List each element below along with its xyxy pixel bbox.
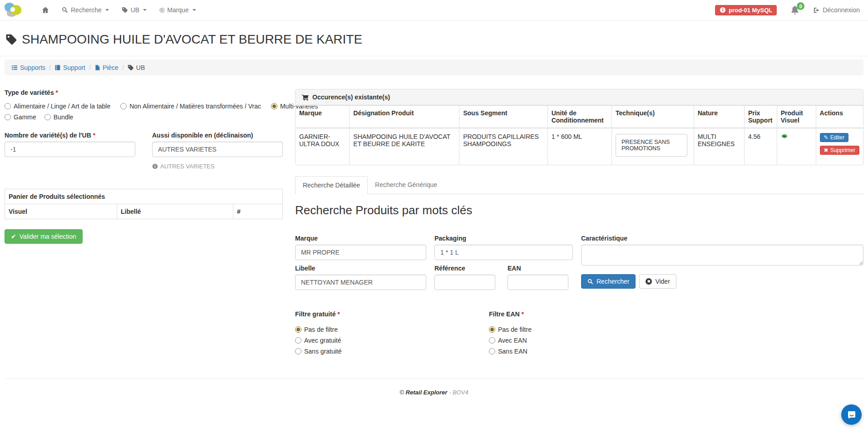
autres-varietes-link[interactable]: AUTRES VARIETES	[152, 163, 283, 170]
libelle-label: Libelle	[295, 265, 426, 272]
breadcrumb-separator: /	[89, 64, 91, 71]
col-marque: Marque	[296, 106, 350, 128]
radio-icon	[5, 114, 11, 120]
breadcrumb: Supports / Support / Pièce / UB	[5, 59, 863, 75]
tab-recherche-generique[interactable]: Recherche Générique	[368, 176, 444, 194]
aussi-disponible-label: Aussi disponible en (déclinaison)	[152, 132, 283, 139]
notifications-button[interactable]: 0	[790, 5, 799, 15]
search-icon	[62, 7, 68, 13]
menu-recherche[interactable]: Recherche	[55, 0, 115, 20]
radio-gamme[interactable]: Gamme	[5, 113, 36, 121]
page-title: SHAMPOOING HUILE D'AVOCAT ET BEURRE DE K…	[0, 20, 868, 56]
nombre-varietes-input[interactable]	[5, 142, 135, 157]
occurrences-table: Marque Désignation Produit Sous Segment …	[296, 105, 863, 165]
breadcrumb-separator: /	[49, 64, 51, 71]
packaging-input[interactable]	[434, 245, 573, 260]
footer-brand: Retail Explorer	[406, 389, 448, 396]
breadcrumb-piece[interactable]: Pièce	[94, 64, 118, 71]
rechercher-button[interactable]: Rechercher	[581, 274, 636, 289]
radio-icon	[120, 103, 127, 109]
marque-input[interactable]	[295, 245, 426, 260]
info-icon	[720, 7, 726, 13]
book-icon	[54, 64, 61, 71]
chevron-down-icon	[105, 9, 109, 11]
search-heading: Recherche Produits par mots clés	[295, 203, 863, 217]
cart-icon	[302, 94, 309, 101]
menu-marque[interactable]: ® Marque	[153, 0, 202, 20]
tag-icon	[128, 64, 134, 71]
table-row: GARNIER-ULTRA DOUX SHAMPOOING HUILE D'AV…	[296, 128, 863, 165]
edit-button[interactable]: ✎ Editer	[820, 133, 848, 142]
breadcrumb-supports[interactable]: Supports	[11, 64, 45, 71]
filtre-gratuite-group: Filtre gratuité * Pas de filtre Avec gra…	[295, 310, 489, 355]
cell-actions: ✎ Editer ✖ Supprimer	[816, 128, 863, 165]
delete-button[interactable]: ✖ Supprimer	[820, 146, 859, 155]
occurrences-panel-heading: Occurence(s) existante(s)	[296, 89, 863, 105]
chat-launcher-button[interactable]	[841, 404, 862, 425]
libelle-input[interactable]	[295, 275, 426, 290]
radio-icon	[295, 348, 301, 354]
registered-icon: ®	[159, 6, 164, 14]
col-prix-support: Prix Support	[744, 106, 777, 128]
radio-icon	[295, 326, 301, 333]
reference-input[interactable]	[434, 275, 495, 290]
caracteristique-textarea[interactable]	[581, 245, 863, 266]
check-icon: ✔	[11, 233, 16, 240]
reference-label: Référence	[434, 265, 495, 272]
col-actions: Actions	[816, 106, 863, 128]
occurrences-panel: Occurence(s) existante(s) Marque Désigna…	[295, 89, 863, 165]
radio-avec-ean[interactable]: Avec EAN	[489, 337, 683, 344]
logout-button[interactable]: Déconnexion	[813, 6, 860, 14]
breadcrumb-separator: /	[122, 64, 124, 71]
ean-label: EAN	[508, 265, 568, 272]
radio-gratuite-pas-de-filtre[interactable]: Pas de filtre	[295, 326, 489, 333]
radio-sans-gratuite[interactable]: Sans gratuité	[295, 348, 489, 355]
vider-button[interactable]: ✖ Vider	[639, 274, 676, 289]
ean-input[interactable]	[508, 275, 568, 290]
caracteristique-label: Caractéristique	[581, 235, 863, 242]
panier-title: Panier de Produits sélectionnés	[5, 189, 283, 204]
menu-marque-label: Marque	[167, 6, 188, 14]
radio-icon	[5, 103, 11, 109]
col-unite: Unité de Conditionnement	[547, 106, 612, 128]
eye-icon[interactable]	[781, 133, 812, 139]
cell-sous-segment: PRODUITS CAPILLAIRES SHAMPOOINGS	[459, 128, 547, 165]
search-tabs: Recherche Détaillée Recherche Générique	[295, 176, 863, 194]
radio-bundle[interactable]: Bundle	[44, 113, 74, 121]
valider-selection-button[interactable]: ✔ Valider ma sélection	[5, 229, 83, 244]
x-icon: ✖	[824, 147, 829, 153]
search-icon	[587, 279, 593, 285]
technique-chip: PRESENCE SANS PROMOTIONS	[616, 134, 687, 157]
radio-ean-pas-de-filtre[interactable]: Pas de filtre	[489, 326, 683, 333]
tab-recherche-detaillee[interactable]: Recherche Détaillée	[295, 176, 368, 194]
radio-avec-gratuite[interactable]: Avec gratuité	[295, 337, 489, 344]
radio-sans-ean[interactable]: Sans EAN	[489, 348, 683, 355]
tag-icon	[5, 34, 17, 45]
notification-count-badge: 0	[797, 2, 804, 10]
cell-designation: SHAMPOOING HUILE D'AVOCAT ET BEURRE DE K…	[350, 128, 459, 165]
breadcrumb-support[interactable]: Support	[54, 64, 85, 71]
ub-edit-panel: Type de variétés * Alimentaire / Linge /…	[5, 89, 283, 244]
radio-alimentaire[interactable]: Alimentaire / Linge / Art de la table	[5, 103, 110, 110]
tag-icon	[122, 7, 128, 13]
nombre-varietes-label: Nombre de variété(s) de l'UB *	[5, 132, 135, 139]
info-icon	[152, 163, 158, 169]
breadcrumb-ub: UB	[128, 64, 145, 71]
logout-icon	[813, 7, 820, 14]
home-button[interactable]	[35, 0, 55, 20]
filtre-gratuite-label: Filtre gratuité *	[295, 310, 489, 318]
radio-icon	[295, 337, 301, 344]
logout-label: Déconnexion	[823, 6, 860, 14]
footer: © Retail Explorer - BOV4	[5, 379, 863, 396]
radio-non-alimentaire[interactable]: Non Alimentaire / Matières transformées …	[120, 103, 261, 110]
menu-ub[interactable]: UB	[115, 0, 153, 20]
radio-icon	[271, 103, 277, 109]
cell-produit-visuel	[777, 128, 816, 165]
cell-techniques: PRESENCE SANS PROMOTIONS	[612, 128, 694, 165]
radio-icon	[489, 326, 495, 333]
app-logo[interactable]	[5, 2, 23, 18]
col-designation: Désignation Produit	[350, 106, 459, 128]
page-title-text: SHAMPOOING HUILE D'AVOCAT ET BEURRE DE K…	[22, 32, 362, 47]
aussi-disponible-input[interactable]	[152, 142, 283, 157]
chevron-down-icon	[192, 9, 196, 11]
